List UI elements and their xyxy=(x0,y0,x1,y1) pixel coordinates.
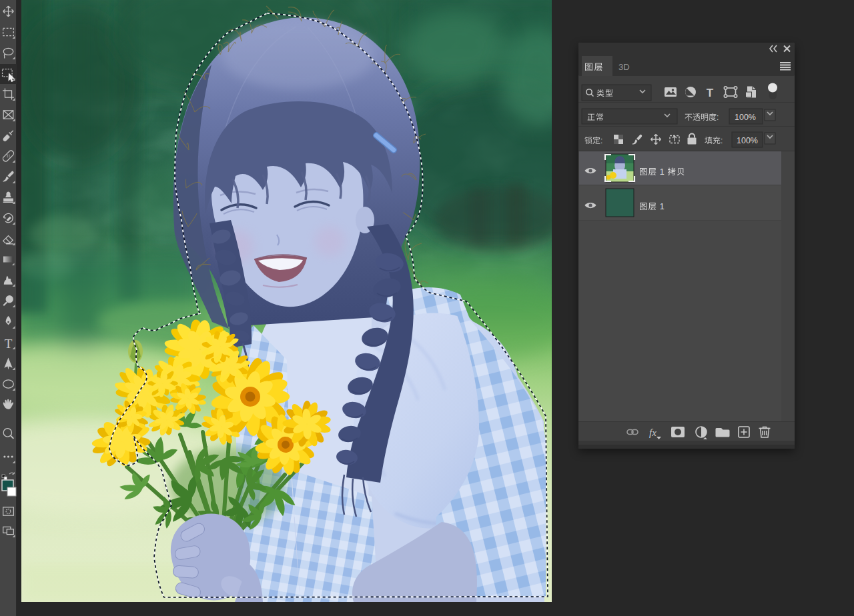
svg-text:1: 1 xyxy=(660,167,665,177)
svg-text::: : xyxy=(721,136,723,145)
svg-text:T: T xyxy=(707,87,714,99)
svg-text:1: 1 xyxy=(660,202,665,211)
svg-text:100%: 100% xyxy=(737,136,758,145)
svg-text:fx: fx xyxy=(649,427,657,438)
svg-text:100%: 100% xyxy=(735,113,756,122)
svg-text::: : xyxy=(600,136,602,145)
svg-text:T: T xyxy=(5,337,13,351)
svg-text:3D: 3D xyxy=(618,62,630,72)
svg-text::: : xyxy=(717,113,719,122)
